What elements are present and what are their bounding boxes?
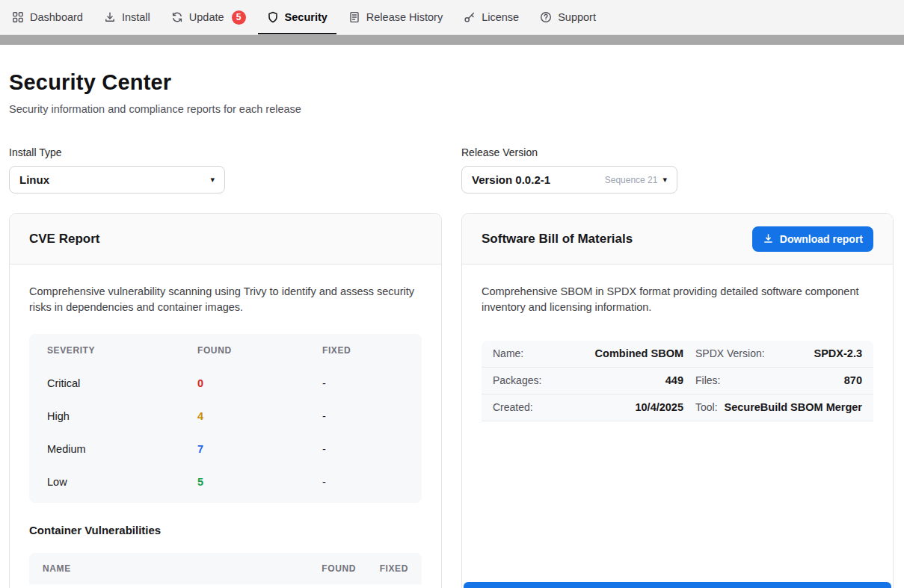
download-report-button[interactable]: Download report	[752, 226, 873, 252]
detail-value: 10/4/2025	[635, 401, 683, 413]
detail-pair: Files: 870	[695, 374, 862, 386]
nav-item-support[interactable]: Support	[529, 0, 606, 34]
fixed-count: -	[322, 410, 404, 422]
fixed-count: -	[322, 476, 404, 488]
severity-label: High	[47, 410, 197, 422]
table-row: High 4 -	[29, 400, 422, 433]
nav-item-security[interactable]: Security	[256, 0, 338, 34]
nav-label: Support	[558, 11, 596, 23]
update-count-badge: 5	[232, 10, 246, 25]
found-count: 0	[197, 377, 322, 389]
chevron-down-icon: ▾	[662, 175, 667, 185]
install-type-select[interactable]: Linux ▾	[9, 166, 225, 194]
table-row: Created: 10/4/2025 Tool: SecureBuild SBO…	[482, 394, 873, 421]
col-found: FOUND	[296, 563, 356, 574]
download-icon	[104, 11, 116, 23]
col-found: FOUND	[197, 345, 322, 356]
grid-icon	[12, 11, 24, 23]
container-vuln-table-header: NAME FOUND FIXED	[29, 553, 422, 584]
page-title: Security Center	[9, 70, 894, 95]
cards-row: CVE Report Comprehensive vulnerability s…	[9, 213, 894, 588]
nav-item-update[interactable]: Update 5	[161, 0, 256, 34]
detail-pair: Name: Combined SBOM	[493, 347, 683, 359]
release-version-group: Release Version Version 0.0.2-1 Sequence…	[461, 146, 894, 194]
shield-icon	[267, 11, 279, 23]
install-type-label: Install Type	[9, 146, 442, 158]
nav-label: Install	[122, 11, 150, 23]
cve-card-body: Comprehensive vulnerability scanning usi…	[10, 264, 441, 588]
col-fixed: FIXED	[356, 563, 408, 574]
fixed-count: -	[322, 377, 404, 389]
col-fixed: FIXED	[322, 345, 404, 356]
page-subtitle: Security information and compliance repo…	[9, 103, 894, 115]
install-type-group: Install Type Linux ▾	[9, 146, 442, 194]
filters-row: Install Type Linux ▾ Release Version Ver…	[9, 146, 894, 194]
install-type-value: Linux	[19, 173, 49, 186]
detail-value: 870	[844, 374, 862, 386]
detail-pair: Created: 10/4/2025	[493, 401, 683, 413]
nav-label: Release History	[366, 11, 443, 23]
release-version-select[interactable]: Version 0.0.2-1 Sequence 21 ▾	[461, 166, 677, 194]
col-severity: SEVERITY	[47, 345, 197, 356]
download-icon	[763, 233, 774, 244]
help-circle-icon	[540, 11, 552, 23]
found-count: 7	[197, 443, 322, 455]
nav-item-release-history[interactable]: Release History	[338, 0, 453, 34]
nav-label: Security	[285, 11, 328, 23]
detail-label: Name:	[493, 347, 523, 359]
sbom-details-table: Name: Combined SBOM SPDX Version: SPDX-2…	[482, 341, 873, 421]
release-version-label: Release Version	[461, 146, 894, 158]
nav-label: License	[482, 11, 519, 23]
severity-label: Medium	[47, 443, 197, 455]
severity-table-header: SEVERITY FOUND FIXED	[29, 334, 422, 367]
table-row: Low 5 -	[29, 465, 422, 498]
sbom-description: Comprehensive SBOM in SPDX format provid…	[482, 284, 873, 316]
chevron-down-icon: ▾	[210, 175, 215, 185]
detail-pair: SPDX Version: SPDX-2.3	[695, 347, 862, 359]
release-version-value: Version 0.0.2-1	[472, 173, 550, 186]
nav-label: Dashboard	[30, 11, 83, 23]
table-row: Critical 0 -	[29, 367, 422, 400]
found-count: 5	[197, 476, 322, 488]
col-name: NAME	[43, 563, 296, 574]
severity-label: Critical	[47, 377, 197, 389]
document-icon	[348, 11, 360, 23]
key-icon	[464, 11, 476, 23]
cve-card-header: CVE Report	[10, 214, 441, 264]
download-report-label: Download report	[780, 233, 863, 245]
sbom-card-title: Software Bill of Materials	[482, 232, 633, 247]
main-content: Security Center Security information and…	[0, 45, 904, 588]
nav-label: Update	[189, 11, 224, 23]
nav-item-license[interactable]: License	[453, 0, 529, 34]
detail-value: Combined SBOM	[595, 347, 683, 359]
detail-label: Files:	[695, 374, 720, 386]
detail-pair: Tool: SecureBuild SBOM Merger	[695, 401, 862, 413]
cve-card-title: CVE Report	[29, 232, 99, 247]
container-vulnerabilities-title: Container Vulnerabilities	[29, 524, 422, 536]
table-row: Name: Combined SBOM SPDX Version: SPDX-2…	[482, 341, 873, 368]
severity-table: SEVERITY FOUND FIXED Critical 0 - High 4…	[29, 334, 422, 503]
fixed-count: -	[322, 443, 404, 455]
cve-description: Comprehensive vulnerability scanning usi…	[29, 284, 422, 316]
cve-report-card: CVE Report Comprehensive vulnerability s…	[9, 213, 442, 588]
sbom-card-body: Comprehensive SBOM in SPDX format provid…	[462, 264, 893, 441]
detail-value: 449	[665, 374, 683, 386]
partially-visible-element	[464, 582, 891, 588]
sbom-card: Software Bill of Materials Download repo…	[461, 213, 894, 588]
nav-item-dashboard[interactable]: Dashboard	[1, 0, 93, 34]
detail-label: SPDX Version:	[695, 347, 765, 359]
nav-item-install[interactable]: Install	[93, 0, 161, 34]
detail-label: Created:	[493, 401, 533, 413]
detail-label: Packages:	[493, 374, 541, 386]
detail-value: SecureBuild SBOM Merger	[724, 401, 862, 413]
refresh-icon	[171, 11, 183, 23]
detail-value: SPDX-2.3	[814, 347, 862, 359]
sbom-card-header: Software Bill of Materials Download repo…	[462, 214, 893, 264]
table-row: Medium 7 -	[29, 433, 422, 465]
divider-strip	[0, 35, 904, 45]
detail-pair: Packages: 449	[493, 374, 683, 386]
sequence-hint: Sequence 21	[605, 175, 658, 185]
detail-label: Tool:	[695, 401, 718, 413]
table-row: Packages: 449 Files: 870	[482, 368, 873, 394]
top-navigation: Dashboard Install Update 5 Security Rele…	[0, 0, 904, 35]
